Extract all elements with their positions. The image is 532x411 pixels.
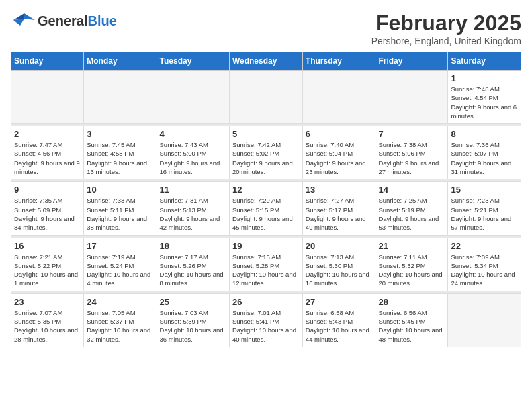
day-info: Sunrise: 7:15 AM Sunset: 5:28 PM Dayligh… <box>232 253 300 288</box>
calendar-cell: 21Sunrise: 7:11 AM Sunset: 5:32 PM Dayli… <box>375 238 448 291</box>
day-number: 27 <box>306 297 373 307</box>
day-number: 3 <box>87 129 153 139</box>
day-number: 24 <box>87 297 153 307</box>
day-info: Sunrise: 7:35 AM Sunset: 5:09 PM Dayligh… <box>14 196 81 232</box>
day-number: 20 <box>306 241 373 251</box>
day-number: 21 <box>378 241 445 251</box>
day-info: Sunrise: 7:43 AM Sunset: 5:00 PM Dayligh… <box>160 140 226 176</box>
day-info: Sunrise: 7:11 AM Sunset: 5:32 PM Dayligh… <box>378 253 445 288</box>
calendar-cell: 23Sunrise: 7:07 AM Sunset: 5:35 PM Dayli… <box>11 293 84 347</box>
calendar-cell: 18Sunrise: 7:17 AM Sunset: 5:26 PM Dayli… <box>157 238 229 291</box>
calendar-cell: 19Sunrise: 7:15 AM Sunset: 5:28 PM Dayli… <box>229 238 302 291</box>
calendar-cell: 28Sunrise: 6:56 AM Sunset: 5:45 PM Dayli… <box>375 293 448 347</box>
col-thursday: Thursday <box>302 52 375 71</box>
calendar-cell: 24Sunrise: 7:05 AM Sunset: 5:37 PM Dayli… <box>84 293 157 347</box>
day-info: Sunrise: 7:33 AM Sunset: 5:11 PM Dayligh… <box>87 196 153 232</box>
day-number: 2 <box>14 129 81 139</box>
day-number: 6 <box>306 129 373 139</box>
day-info: Sunrise: 6:58 AM Sunset: 5:43 PM Dayligh… <box>306 308 373 344</box>
day-number: 11 <box>160 185 226 195</box>
calendar-cell: 10Sunrise: 7:33 AM Sunset: 5:11 PM Dayli… <box>84 182 157 235</box>
calendar-cell: 2Sunrise: 7:47 AM Sunset: 4:56 PM Daylig… <box>11 126 84 179</box>
calendar-cell: 14Sunrise: 7:25 AM Sunset: 5:19 PM Dayli… <box>375 182 448 235</box>
calendar-cell: 8Sunrise: 7:36 AM Sunset: 5:07 PM Daylig… <box>448 126 521 179</box>
calendar-cell: 20Sunrise: 7:13 AM Sunset: 5:30 PM Dayli… <box>302 238 375 291</box>
col-monday: Monday <box>84 52 157 71</box>
day-info: Sunrise: 7:09 AM Sunset: 5:34 PM Dayligh… <box>451 253 518 288</box>
day-info: Sunrise: 7:25 AM Sunset: 5:19 PM Dayligh… <box>378 196 445 232</box>
calendar-cell: 3Sunrise: 7:45 AM Sunset: 4:58 PM Daylig… <box>84 126 157 179</box>
calendar-cell: 25Sunrise: 7:03 AM Sunset: 5:39 PM Dayli… <box>157 293 229 347</box>
day-number: 22 <box>451 241 518 251</box>
calendar-cell <box>448 293 521 347</box>
day-info: Sunrise: 7:01 AM Sunset: 5:41 PM Dayligh… <box>232 308 300 344</box>
logo: GeneralBlue <box>11 11 117 31</box>
calendar-cell <box>229 71 302 124</box>
title-block: February 2025 Pershore, England, United … <box>371 11 521 46</box>
calendar-week-1: 2Sunrise: 7:47 AM Sunset: 4:56 PM Daylig… <box>11 126 521 179</box>
day-number: 8 <box>451 129 518 139</box>
calendar-week-4: 23Sunrise: 7:07 AM Sunset: 5:35 PM Dayli… <box>11 293 521 347</box>
day-number: 12 <box>232 185 300 195</box>
logo-icon <box>11 11 35 31</box>
calendar-cell <box>375 71 448 124</box>
calendar-cell: 11Sunrise: 7:31 AM Sunset: 5:13 PM Dayli… <box>157 182 229 235</box>
calendar-cell: 22Sunrise: 7:09 AM Sunset: 5:34 PM Dayli… <box>448 238 521 291</box>
col-sunday: Sunday <box>11 52 84 71</box>
day-info: Sunrise: 7:19 AM Sunset: 5:24 PM Dayligh… <box>87 253 153 288</box>
day-number: 15 <box>451 185 518 195</box>
col-saturday: Saturday <box>448 52 521 71</box>
day-number: 4 <box>160 129 226 139</box>
day-number: 18 <box>160 241 226 251</box>
calendar-cell: 16Sunrise: 7:21 AM Sunset: 5:22 PM Dayli… <box>11 238 84 291</box>
day-info: Sunrise: 7:31 AM Sunset: 5:13 PM Dayligh… <box>160 196 226 232</box>
day-info: Sunrise: 7:38 AM Sunset: 5:06 PM Dayligh… <box>378 140 445 176</box>
day-number: 9 <box>14 185 81 195</box>
calendar-cell <box>302 71 375 124</box>
col-wednesday: Wednesday <box>229 52 302 71</box>
logo-text: GeneralBlue <box>38 13 117 29</box>
calendar-week-0: 1Sunrise: 7:48 AM Sunset: 4:54 PM Daylig… <box>11 71 521 124</box>
calendar-cell: 1Sunrise: 7:48 AM Sunset: 4:54 PM Daylig… <box>448 71 521 124</box>
day-number: 23 <box>14 297 81 307</box>
day-info: Sunrise: 7:07 AM Sunset: 5:35 PM Dayligh… <box>14 308 81 344</box>
month-title: February 2025 <box>371 11 521 36</box>
calendar-cell: 15Sunrise: 7:23 AM Sunset: 5:21 PM Dayli… <box>448 182 521 235</box>
calendar-week-3: 16Sunrise: 7:21 AM Sunset: 5:22 PM Dayli… <box>11 238 521 291</box>
col-tuesday: Tuesday <box>157 52 229 71</box>
calendar-cell: 4Sunrise: 7:43 AM Sunset: 5:00 PM Daylig… <box>157 126 229 179</box>
day-info: Sunrise: 7:47 AM Sunset: 4:56 PM Dayligh… <box>14 140 81 176</box>
day-info: Sunrise: 7:42 AM Sunset: 5:02 PM Dayligh… <box>232 140 300 176</box>
calendar-cell: 12Sunrise: 7:29 AM Sunset: 5:15 PM Dayli… <box>229 182 302 235</box>
calendar-cell: 13Sunrise: 7:27 AM Sunset: 5:17 PM Dayli… <box>302 182 375 235</box>
day-info: Sunrise: 6:56 AM Sunset: 5:45 PM Dayligh… <box>378 308 445 344</box>
location: Pershore, England, United Kingdom <box>371 36 521 46</box>
day-number: 16 <box>14 241 81 251</box>
calendar-cell: 17Sunrise: 7:19 AM Sunset: 5:24 PM Dayli… <box>84 238 157 291</box>
day-info: Sunrise: 7:40 AM Sunset: 5:04 PM Dayligh… <box>306 140 373 176</box>
day-number: 10 <box>87 185 153 195</box>
day-number: 7 <box>378 129 445 139</box>
day-info: Sunrise: 7:23 AM Sunset: 5:21 PM Dayligh… <box>451 196 518 232</box>
day-info: Sunrise: 7:48 AM Sunset: 4:54 PM Dayligh… <box>451 85 518 120</box>
calendar-cell <box>84 71 157 124</box>
day-info: Sunrise: 7:05 AM Sunset: 5:37 PM Dayligh… <box>87 308 153 344</box>
calendar-cell: 7Sunrise: 7:38 AM Sunset: 5:06 PM Daylig… <box>375 126 448 179</box>
day-number: 26 <box>232 297 300 307</box>
day-number: 13 <box>306 185 373 195</box>
day-number: 25 <box>160 297 226 307</box>
day-info: Sunrise: 7:27 AM Sunset: 5:17 PM Dayligh… <box>306 196 373 232</box>
day-number: 17 <box>87 241 153 251</box>
day-info: Sunrise: 7:13 AM Sunset: 5:30 PM Dayligh… <box>306 253 373 288</box>
calendar-cell <box>11 71 84 124</box>
day-info: Sunrise: 7:45 AM Sunset: 4:58 PM Dayligh… <box>87 140 153 176</box>
calendar-header-row: Sunday Monday Tuesday Wednesday Thursday… <box>11 52 521 71</box>
calendar: Sunday Monday Tuesday Wednesday Thursday… <box>11 52 521 347</box>
day-info: Sunrise: 7:03 AM Sunset: 5:39 PM Dayligh… <box>160 308 226 344</box>
day-info: Sunrise: 7:36 AM Sunset: 5:07 PM Dayligh… <box>451 140 518 176</box>
calendar-cell: 26Sunrise: 7:01 AM Sunset: 5:41 PM Dayli… <box>229 293 302 347</box>
calendar-cell: 6Sunrise: 7:40 AM Sunset: 5:04 PM Daylig… <box>302 126 375 179</box>
day-number: 28 <box>378 297 445 307</box>
svg-marker-0 <box>24 13 35 20</box>
col-friday: Friday <box>375 52 448 71</box>
